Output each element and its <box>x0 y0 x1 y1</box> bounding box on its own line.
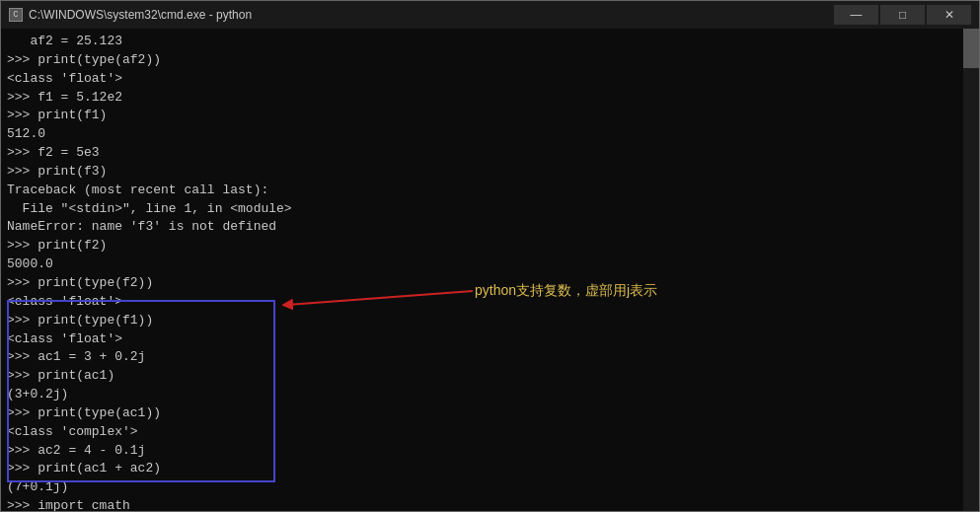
window-controls: — □ ✕ <box>834 5 971 25</box>
cmd-window: C C:\WINDOWS\system32\cmd.exe - python —… <box>0 0 980 512</box>
title-bar: C C:\WINDOWS\system32\cmd.exe - python —… <box>1 1 979 29</box>
window-title: C:\WINDOWS\system32\cmd.exe - python <box>29 8 252 22</box>
cmd-icon: C <box>9 8 23 22</box>
minimize-button[interactable]: — <box>834 5 878 25</box>
annotation-text: python支持复数，虚部用j表示 <box>475 280 657 300</box>
close-button[interactable]: ✕ <box>927 5 971 25</box>
console-area: af2 = 25.123 >>> print(type(af2)) <class… <box>1 29 979 511</box>
title-bar-left: C C:\WINDOWS\system32\cmd.exe - python <box>9 8 252 22</box>
scrollbar-thumb[interactable] <box>963 29 979 68</box>
scrollbar[interactable] <box>963 29 979 511</box>
maximize-button[interactable]: □ <box>880 5 925 25</box>
console-output: af2 = 25.123 >>> print(type(af2)) <class… <box>7 33 973 511</box>
